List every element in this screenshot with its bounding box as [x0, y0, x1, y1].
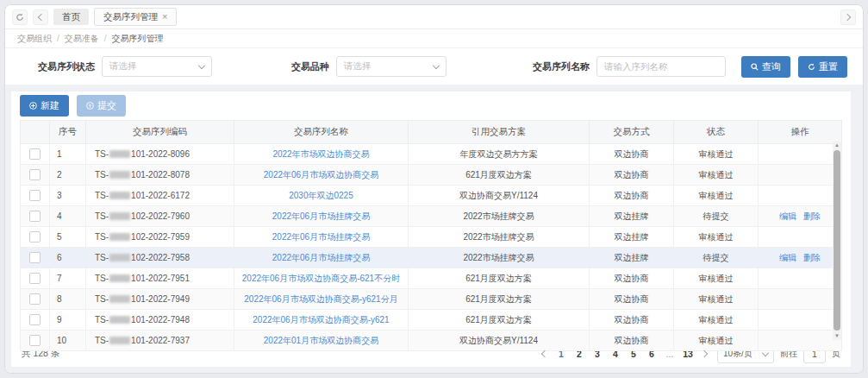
- delete-link[interactable]: 删除: [803, 211, 821, 221]
- row-checkbox[interactable]: [29, 252, 41, 263]
- sequence-name-link[interactable]: 2022年06月市场挂牌交易: [272, 253, 370, 262]
- main-area: 新建 提交: [5, 85, 863, 373]
- submit-icon: [86, 102, 94, 110]
- row-checkbox[interactable]: [29, 273, 41, 284]
- sequence-status-label: 交易序列状态: [38, 60, 95, 73]
- checkbox-cell: [21, 289, 50, 310]
- scrollbar-up-icon[interactable]: ▲: [833, 142, 841, 149]
- refresh-button[interactable]: [12, 9, 28, 25]
- status-cell: 审核通过: [674, 310, 759, 331]
- sequence-name-link[interactable]: 2022年06月市场双边协商交易: [264, 170, 378, 180]
- sequence-code-cell: TS-101-2022-6172: [86, 186, 234, 206]
- sequence-name-link[interactable]: 2022年01月市场双边协商交易: [264, 336, 378, 345]
- sequence-name-input[interactable]: [596, 56, 726, 77]
- sequence-name-link[interactable]: 2022年06月市场双边协商交易-y621分月: [244, 294, 397, 304]
- row-checkbox[interactable]: [29, 169, 41, 180]
- submit-button-label: 提交: [97, 99, 116, 112]
- row-index-cell: 8: [50, 289, 86, 310]
- table-row: 10 TS-101-2022-7937 2022年01月市场双边协商交易 双边协…: [21, 331, 842, 351]
- status-cell: 审核通过: [674, 268, 759, 289]
- table-row: 6 TS-102-2022-7958 2022年06月市场挂牌交易 2022市场…: [21, 248, 842, 268]
- checkbox-cell: [21, 331, 50, 351]
- row-index-cell: 4: [50, 206, 86, 227]
- checkbox-cell: [21, 186, 50, 206]
- content-card: 新建 提交: [10, 91, 852, 368]
- edit-link[interactable]: 编辑: [779, 253, 796, 262]
- referenced-scheme-cell: 2022市场挂牌交易: [409, 227, 590, 248]
- chevron-down-icon: [198, 61, 205, 68]
- tab-trade-sequence-management[interactable]: 交易序列管理 ×: [94, 8, 177, 26]
- sequence-name-link[interactable]: 2030年双边0225: [289, 191, 353, 200]
- scroll-tabs-right-button[interactable]: [840, 9, 856, 25]
- redacted-code-segment: [109, 316, 130, 324]
- scrollbar-down-icon[interactable]: ▼: [833, 332, 841, 340]
- trade-variety-select[interactable]: 请选择: [336, 56, 446, 77]
- row-checkbox[interactable]: [29, 231, 41, 243]
- edit-link[interactable]: 编辑: [779, 211, 796, 221]
- trade-mode-cell: 双边协商: [590, 268, 674, 289]
- row-index-cell: 1: [50, 144, 86, 165]
- row-checkbox[interactable]: [29, 148, 41, 160]
- table-scrollbar[interactable]: ▲ ▼: [833, 142, 841, 340]
- search-button[interactable]: 查询: [741, 56, 790, 78]
- referenced-scheme-cell: 2022市场挂牌交易: [409, 206, 590, 227]
- chevron-left-icon: [541, 350, 548, 357]
- delete-link[interactable]: 删除: [803, 253, 821, 262]
- tab-label: 首页: [62, 11, 80, 23]
- table-row: 9 TS-101-2022-7948 2022年06月市场双边协商交易-y621…: [21, 310, 842, 331]
- sequence-name-cell: 2022年01月市场双边协商交易: [234, 331, 409, 351]
- referenced-scheme-cell: 2022市场挂牌交易: [409, 248, 590, 268]
- table-row: 2 TS-101-2022-8078 2022年06月市场双边协商交易 621月…: [21, 165, 842, 186]
- close-tab-icon[interactable]: ×: [162, 12, 167, 22]
- row-checkbox[interactable]: [29, 314, 41, 325]
- sequence-name-link[interactable]: 2022年06月市场双边协商交易-621不分时: [242, 274, 400, 283]
- sequence-status-select[interactable]: 请选择: [102, 56, 212, 77]
- sequence-name-label: 交易序列名称: [533, 60, 590, 73]
- referenced-scheme-cell: 621月度双边方案: [409, 165, 590, 186]
- breadcrumb-item[interactable]: 交易组织: [17, 33, 52, 45]
- actions-cell: 编辑删除: [759, 248, 842, 268]
- submit-button[interactable]: 提交: [77, 95, 126, 117]
- select-placeholder: 请选择: [109, 60, 137, 72]
- row-checkbox[interactable]: [29, 335, 41, 346]
- status-cell: 审核通过: [674, 144, 759, 165]
- table-row: 4 TS-102-2022-7960 2022年06月市场挂牌交易 2022市场…: [21, 206, 842, 227]
- tab-home[interactable]: 首页: [53, 9, 89, 25]
- header-actions: 操作: [759, 121, 842, 144]
- create-button[interactable]: 新建: [20, 95, 69, 117]
- row-checkbox[interactable]: [29, 293, 41, 305]
- row-checkbox[interactable]: [29, 190, 41, 201]
- scrollbar-thumb[interactable]: [834, 150, 840, 331]
- row-checkbox[interactable]: [29, 211, 41, 222]
- actions-cell: [759, 289, 842, 310]
- actions-cell: [759, 310, 842, 331]
- redacted-code-segment: [109, 192, 130, 199]
- section-divider: [5, 85, 863, 91]
- redacted-code-segment: [109, 337, 130, 344]
- chevron-right-icon: [844, 13, 851, 20]
- status-cell: 待提交: [674, 206, 759, 227]
- sequence-name-link[interactable]: 2022年06月市场挂牌交易: [272, 232, 370, 242]
- breadcrumb-item[interactable]: 交易准备: [65, 33, 99, 45]
- actions-cell: 编辑删除: [759, 206, 842, 227]
- referenced-scheme-cell: 双边协商交易Y/1124: [409, 186, 590, 206]
- sequence-name-link[interactable]: 2022年06月市场双边协商交易-y621: [253, 315, 389, 324]
- row-index-cell: 9: [50, 310, 86, 331]
- status-cell: 审核通过: [674, 227, 759, 248]
- actions-cell: [759, 227, 842, 248]
- sequence-name-link[interactable]: 2022年市场双边协商交易: [272, 149, 369, 159]
- breadcrumb-separator: /: [57, 34, 59, 43]
- reset-button[interactable]: 重置: [798, 56, 847, 78]
- table-row: 5 TS-102-2022-7959 2022年06月市场挂牌交易 2022市场…: [21, 227, 842, 248]
- actions-cell: [759, 331, 842, 351]
- trade-mode-cell: 双边协商: [590, 289, 674, 310]
- row-index-cell: 7: [50, 268, 86, 289]
- scroll-tabs-left-button[interactable]: [33, 9, 48, 25]
- header-sequence-code: 交易序列编码: [86, 121, 234, 144]
- filter-panel: 交易序列状态 请选择 交易品种 请选择 交易序列名称 查询: [5, 47, 863, 85]
- row-index-cell: 10: [50, 331, 86, 351]
- actions-cell: [759, 165, 842, 186]
- redacted-code-segment: [109, 233, 130, 241]
- sequence-name-link[interactable]: 2022年06月市场挂牌交易: [272, 211, 370, 221]
- header-status: 状态: [674, 121, 759, 144]
